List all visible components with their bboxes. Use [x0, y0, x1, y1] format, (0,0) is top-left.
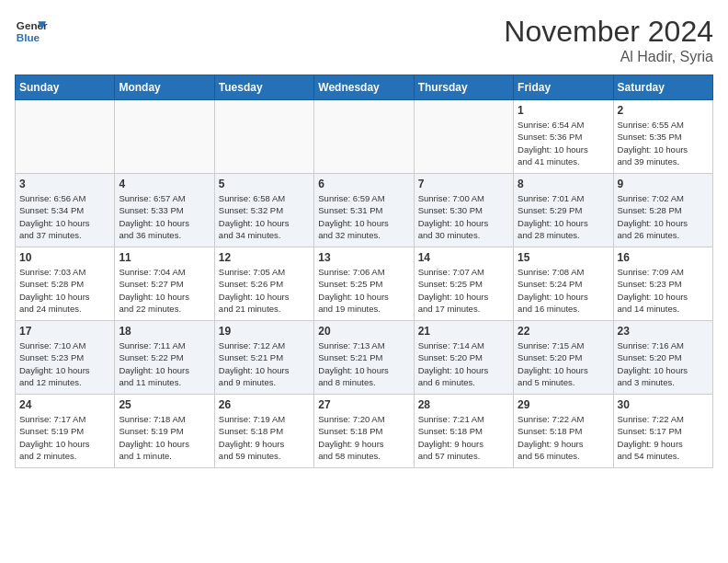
day-info: Sunrise: 7:14 AM Sunset: 5:20 PM Dayligh… [418, 339, 509, 388]
logo-icon: General Blue [15, 15, 48, 48]
day-info: Sunrise: 7:12 AM Sunset: 5:21 PM Dayligh… [219, 339, 310, 388]
calendar-day: 22Sunrise: 7:15 AM Sunset: 5:20 PM Dayli… [514, 321, 613, 395]
weekday-header: Thursday [414, 75, 513, 100]
day-number: 29 [518, 398, 609, 411]
empty-day [414, 100, 513, 174]
day-info: Sunrise: 6:54 AM Sunset: 5:36 PM Dayligh… [518, 119, 609, 167]
day-number: 17 [19, 325, 110, 338]
calendar-day: 26Sunrise: 7:19 AM Sunset: 5:18 PM Dayli… [214, 395, 313, 468]
calendar-day: 18Sunrise: 7:11 AM Sunset: 5:22 PM Dayli… [115, 321, 214, 395]
calendar-day: 19Sunrise: 7:12 AM Sunset: 5:21 PM Dayli… [214, 321, 313, 395]
day-number: 23 [618, 325, 709, 338]
calendar-day: 20Sunrise: 7:13 AM Sunset: 5:21 PM Dayli… [314, 321, 414, 395]
weekday-header: Wednesday [314, 75, 414, 100]
day-info: Sunrise: 6:58 AM Sunset: 5:32 PM Dayligh… [219, 192, 310, 241]
day-number: 6 [318, 178, 409, 190]
day-info: Sunrise: 7:20 AM Sunset: 5:18 PM Dayligh… [318, 413, 409, 462]
day-number: 15 [518, 251, 609, 264]
empty-day [314, 100, 414, 174]
day-info: Sunrise: 7:17 AM Sunset: 5:19 PM Dayligh… [19, 413, 110, 462]
calendar-day: 5Sunrise: 6:58 AM Sunset: 5:32 PM Daylig… [214, 174, 313, 247]
day-info: Sunrise: 7:01 AM Sunset: 5:29 PM Dayligh… [518, 192, 609, 241]
calendar-day: 25Sunrise: 7:18 AM Sunset: 5:19 PM Dayli… [115, 395, 214, 468]
month-title: November 2024 [504, 15, 713, 49]
day-info: Sunrise: 7:06 AM Sunset: 5:25 PM Dayligh… [318, 266, 409, 315]
calendar-day: 28Sunrise: 7:21 AM Sunset: 5:18 PM Dayli… [414, 395, 513, 468]
day-number: 26 [219, 398, 310, 411]
day-info: Sunrise: 7:02 AM Sunset: 5:28 PM Dayligh… [618, 192, 709, 241]
weekday-header: Sunday [16, 75, 115, 100]
calendar-day: 8Sunrise: 7:01 AM Sunset: 5:29 PM Daylig… [514, 174, 613, 247]
day-number: 28 [418, 398, 509, 411]
day-number: 16 [618, 251, 709, 264]
empty-day [214, 100, 313, 174]
svg-text:Blue: Blue [17, 31, 40, 43]
day-info: Sunrise: 7:10 AM Sunset: 5:23 PM Dayligh… [19, 339, 110, 388]
page-header: General Blue November 2024 Al Hadir, Syr… [15, 15, 713, 65]
day-info: Sunrise: 6:59 AM Sunset: 5:31 PM Dayligh… [318, 192, 409, 241]
day-info: Sunrise: 7:07 AM Sunset: 5:25 PM Dayligh… [418, 266, 509, 315]
title-block: November 2024 Al Hadir, Syria [504, 15, 713, 65]
calendar-day: 4Sunrise: 6:57 AM Sunset: 5:33 PM Daylig… [115, 174, 214, 247]
weekday-header: Friday [514, 75, 613, 100]
day-number: 22 [518, 325, 609, 338]
day-number: 7 [418, 178, 509, 190]
calendar-day: 10Sunrise: 7:03 AM Sunset: 5:28 PM Dayli… [16, 247, 115, 321]
empty-day [115, 100, 214, 174]
day-number: 10 [19, 251, 110, 264]
day-info: Sunrise: 6:57 AM Sunset: 5:33 PM Dayligh… [119, 192, 210, 241]
day-info: Sunrise: 7:03 AM Sunset: 5:28 PM Dayligh… [19, 266, 110, 315]
day-number: 8 [518, 178, 609, 190]
day-info: Sunrise: 7:11 AM Sunset: 5:22 PM Dayligh… [119, 339, 210, 388]
calendar-day: 21Sunrise: 7:14 AM Sunset: 5:20 PM Dayli… [414, 321, 513, 395]
day-info: Sunrise: 7:09 AM Sunset: 5:23 PM Dayligh… [618, 266, 709, 315]
calendar-day: 2Sunrise: 6:55 AM Sunset: 5:35 PM Daylig… [613, 100, 712, 174]
weekday-header: Tuesday [214, 75, 313, 100]
calendar-day: 12Sunrise: 7:05 AM Sunset: 5:26 PM Dayli… [214, 247, 313, 321]
empty-day [16, 100, 115, 174]
day-info: Sunrise: 6:56 AM Sunset: 5:34 PM Dayligh… [19, 192, 110, 241]
day-number: 3 [19, 178, 110, 190]
calendar-day: 27Sunrise: 7:20 AM Sunset: 5:18 PM Dayli… [314, 395, 414, 468]
calendar-day: 16Sunrise: 7:09 AM Sunset: 5:23 PM Dayli… [613, 247, 712, 321]
calendar-day: 3Sunrise: 6:56 AM Sunset: 5:34 PM Daylig… [16, 174, 115, 247]
day-number: 9 [618, 178, 709, 190]
day-number: 11 [119, 251, 210, 264]
day-info: Sunrise: 6:55 AM Sunset: 5:35 PM Dayligh… [618, 119, 709, 167]
day-number: 4 [119, 178, 210, 190]
day-number: 18 [119, 325, 210, 338]
day-number: 27 [318, 398, 409, 411]
day-info: Sunrise: 7:04 AM Sunset: 5:27 PM Dayligh… [119, 266, 210, 315]
weekday-header: Saturday [613, 75, 712, 100]
day-info: Sunrise: 7:22 AM Sunset: 5:18 PM Dayligh… [518, 413, 609, 462]
day-info: Sunrise: 7:05 AM Sunset: 5:26 PM Dayligh… [219, 266, 310, 315]
calendar-day: 11Sunrise: 7:04 AM Sunset: 5:27 PM Dayli… [115, 247, 214, 321]
logo: General Blue [15, 15, 48, 48]
day-info: Sunrise: 7:22 AM Sunset: 5:17 PM Dayligh… [618, 413, 709, 462]
weekday-header: Monday [115, 75, 214, 100]
day-info: Sunrise: 7:19 AM Sunset: 5:18 PM Dayligh… [219, 413, 310, 462]
day-number: 21 [418, 325, 509, 338]
location-title: Al Hadir, Syria [504, 49, 713, 65]
calendar-day: 6Sunrise: 6:59 AM Sunset: 5:31 PM Daylig… [314, 174, 414, 247]
day-info: Sunrise: 7:00 AM Sunset: 5:30 PM Dayligh… [418, 192, 509, 241]
calendar-day: 24Sunrise: 7:17 AM Sunset: 5:19 PM Dayli… [16, 395, 115, 468]
calendar-day: 23Sunrise: 7:16 AM Sunset: 5:20 PM Dayli… [613, 321, 712, 395]
day-number: 30 [618, 398, 709, 411]
calendar-day: 7Sunrise: 7:00 AM Sunset: 5:30 PM Daylig… [414, 174, 513, 247]
day-number: 20 [318, 325, 409, 338]
day-number: 1 [518, 104, 609, 117]
day-number: 2 [618, 104, 709, 117]
calendar-day: 14Sunrise: 7:07 AM Sunset: 5:25 PM Dayli… [414, 247, 513, 321]
calendar-day: 29Sunrise: 7:22 AM Sunset: 5:18 PM Dayli… [514, 395, 613, 468]
calendar-table: SundayMondayTuesdayWednesdayThursdayFrid… [15, 75, 713, 468]
day-info: Sunrise: 7:18 AM Sunset: 5:19 PM Dayligh… [119, 413, 210, 462]
day-number: 12 [219, 251, 310, 264]
calendar-day: 1Sunrise: 6:54 AM Sunset: 5:36 PM Daylig… [514, 100, 613, 174]
day-info: Sunrise: 7:21 AM Sunset: 5:18 PM Dayligh… [418, 413, 509, 462]
day-number: 13 [318, 251, 409, 264]
day-number: 14 [418, 251, 509, 264]
day-info: Sunrise: 7:15 AM Sunset: 5:20 PM Dayligh… [518, 339, 609, 388]
calendar-day: 17Sunrise: 7:10 AM Sunset: 5:23 PM Dayli… [16, 321, 115, 395]
calendar-day: 13Sunrise: 7:06 AM Sunset: 5:25 PM Dayli… [314, 247, 414, 321]
